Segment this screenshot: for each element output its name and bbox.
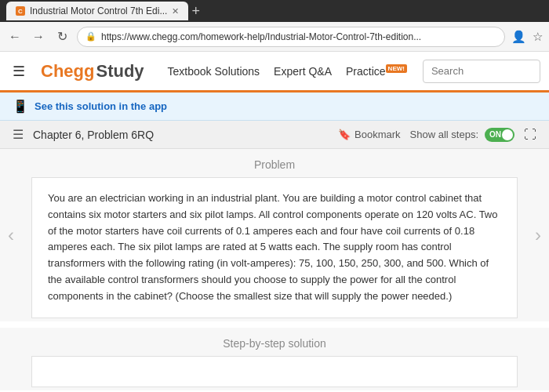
chegg-navbar: ☰ Chegg Study Textbook Solutions Expert …	[0, 52, 549, 93]
app-banner[interactable]: 📱 See this solution in the app	[0, 93, 549, 121]
problem-text-box: You are an electrician working in an ind…	[31, 177, 518, 318]
solution-section: Step-by-step solution	[0, 328, 549, 390]
nav-links: Textbook Solutions Expert Q&A PracticeNE…	[168, 65, 407, 78]
app-banner-text[interactable]: See this solution in the app	[35, 100, 167, 112]
forward-button[interactable]: →	[30, 30, 47, 44]
expert-qa-link[interactable]: Expert Q&A	[274, 65, 332, 78]
tab-favicon: C	[16, 6, 25, 16]
problem-section-label: Problem	[0, 158, 549, 171]
study-brand-text: Study	[96, 61, 144, 82]
lock-icon: 🔒	[85, 31, 96, 42]
prev-problem-button[interactable]: ‹	[8, 224, 14, 246]
toggle-knob	[502, 129, 513, 140]
active-tab[interactable]: C Industrial Motor Control 7th Edi... ✕	[6, 2, 188, 20]
address-bar[interactable]: 🔒 https://www.chegg.com/homework-help/In…	[77, 27, 505, 47]
hamburger-menu[interactable]: ☰	[13, 63, 25, 80]
tab-close-button[interactable]: ✕	[172, 6, 179, 16]
tab-title: Industrial Motor Control 7th Edi...	[30, 5, 167, 16]
show-steps-control: Show all steps: ON	[410, 128, 514, 142]
problem-section: Problem ‹ You are an electrician working…	[0, 149, 549, 321]
solution-section-label: Step-by-step solution	[0, 337, 549, 350]
browser-actions: 👤 ☆	[511, 30, 543, 44]
url-text: https://www.chegg.com/homework-help/Indu…	[101, 31, 421, 42]
solution-box	[31, 356, 518, 387]
textbook-solutions-link[interactable]: Textbook Solutions	[168, 65, 260, 78]
back-button[interactable]: ←	[6, 30, 24, 44]
problem-header: ☰ Chapter 6, Problem 6RQ 🔖 Bookmark Show…	[0, 121, 549, 149]
browser-titlebar: C Industrial Motor Control 7th Edi... ✕ …	[0, 0, 549, 22]
phone-icon: 📱	[13, 99, 28, 114]
practice-badge: NEW!	[386, 64, 407, 73]
steps-toggle[interactable]: ON	[485, 128, 514, 142]
chegg-brand-text: Chegg	[41, 61, 94, 82]
list-icon[interactable]: ☰	[13, 127, 24, 142]
profile-icon[interactable]: 👤	[511, 30, 526, 44]
toggle-label: ON	[489, 130, 501, 139]
search-box[interactable]	[423, 60, 540, 83]
problem-text: You are an electrician working in an ind…	[48, 191, 501, 305]
problem-title: Chapter 6, Problem 6RQ	[33, 129, 329, 141]
show-steps-label: Show all steps:	[410, 129, 478, 140]
bookmark-label: Bookmark	[354, 129, 401, 140]
new-tab-button[interactable]: +	[191, 4, 200, 18]
practice-link[interactable]: PracticeNEW!	[346, 65, 407, 78]
next-problem-button[interactable]: ›	[535, 224, 541, 246]
expand-icon[interactable]: ⛶	[524, 128, 536, 142]
search-input[interactable]	[431, 65, 525, 77]
chegg-logo[interactable]: Chegg Study	[41, 61, 144, 82]
bookmark-star-icon[interactable]: ☆	[533, 30, 543, 44]
browser-toolbar: ← → ↻ 🔒 https://www.chegg.com/homework-h…	[0, 22, 549, 52]
tab-area: C Industrial Motor Control 7th Edi... ✕ …	[6, 2, 200, 20]
reload-button[interactable]: ↻	[53, 29, 71, 44]
bookmark-button[interactable]: 🔖 Bookmark	[338, 129, 401, 140]
bookmark-icon: 🔖	[338, 129, 351, 140]
